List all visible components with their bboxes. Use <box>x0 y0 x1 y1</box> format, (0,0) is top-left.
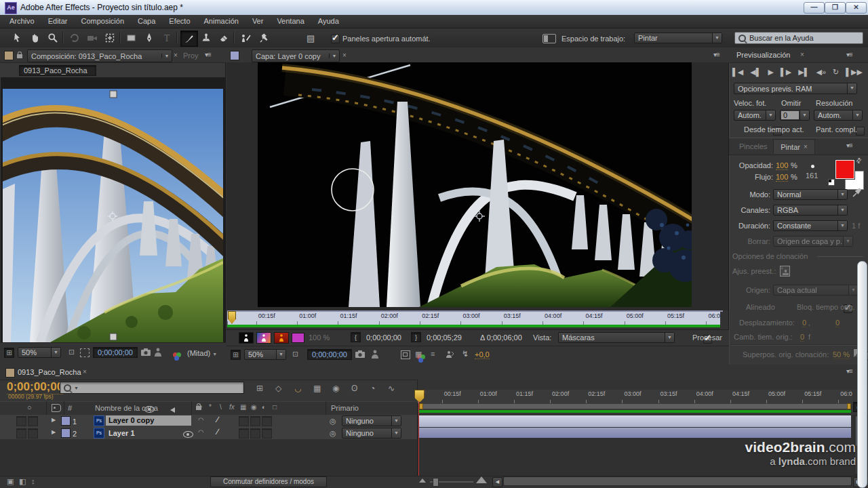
menu-composicion[interactable]: Composición <box>74 15 131 28</box>
last-frame-icon[interactable]: ▶▌ <box>798 68 809 77</box>
expand-transfer-controls-icon[interactable]: ◧ <box>19 477 26 486</box>
auto-open-panels-checkbox[interactable] <box>331 35 340 43</box>
layer1-switch-cell[interactable] <box>239 416 249 426</box>
audio-icon[interactable]: ◀» <box>816 68 826 77</box>
puppet-pin-tool-icon[interactable] <box>256 30 273 45</box>
zoom-in-mountain-icon[interactable] <box>476 476 487 483</box>
source-time-shift-value[interactable]: 0 <box>800 333 804 342</box>
expand-inout-icon[interactable]: ↕ <box>31 477 35 485</box>
comp-timecode[interactable]: 0;00;00;00 <box>93 347 138 358</box>
help-search-input[interactable]: Buscar en la Ayuda <box>734 32 863 44</box>
clone-preset-1[interactable]: 1 <box>780 266 790 277</box>
project-tab[interactable]: Proy <box>183 52 199 60</box>
pen-tool-icon[interactable] <box>141 30 157 45</box>
safe-zones-icon[interactable]: ⊡ <box>292 350 298 359</box>
brush-tool-icon[interactable] <box>180 30 198 47</box>
show-channel-icon[interactable] <box>173 352 178 357</box>
fast-previews-icon[interactable]: ↯ <box>462 349 469 359</box>
layer2-switch-cell[interactable] <box>239 428 249 439</box>
restore-button[interactable]: ❐ <box>825 2 846 14</box>
menu-capa[interactable]: Capa <box>131 15 162 28</box>
auto-keyframe-icon[interactable]: ◔ <box>370 384 375 393</box>
brushes-tab[interactable]: Pinceles <box>739 142 768 150</box>
layer1-lock-cell[interactable] <box>28 416 38 426</box>
hide-shy-layers-icon[interactable]: ◡ <box>294 384 301 393</box>
zoom-out-mountain-icon[interactable] <box>419 479 426 483</box>
grid-options-icon[interactable]: ⊞ <box>231 350 241 360</box>
layer1-shy-icon[interactable]: ◠ <box>198 416 204 424</box>
work-area-bar[interactable] <box>419 403 851 409</box>
ram-preview-icon[interactable]: ▌▶▶ <box>846 68 863 77</box>
foreground-color-swatch[interactable] <box>835 160 854 179</box>
viewer-time-ruler[interactable]: 0f00:15f01:00f01:15f02:00f02:15f03:00f03… <box>227 312 720 325</box>
graph-editor-icon[interactable]: ∿ <box>388 384 395 393</box>
hscroll-thumb[interactable] <box>504 477 851 485</box>
layer1-name[interactable]: Layer 0 copy <box>106 415 191 426</box>
layer1-duration-bar[interactable] <box>419 415 851 427</box>
search-options-chevron-icon[interactable]: ▼ <box>74 386 79 390</box>
layer2-name[interactable]: Layer 1 <box>106 428 138 437</box>
region-of-interest-icon[interactable] <box>401 350 410 359</box>
layer2-label-swatch[interactable] <box>61 428 71 438</box>
show-snapshot-icon[interactable] <box>154 348 162 357</box>
safe-zones-icon[interactable]: ⊡ <box>68 348 75 357</box>
comp-flowchart-button[interactable]: 0913_Paco_Rocha <box>19 65 96 76</box>
offset-x-value[interactable]: 0 <box>802 319 806 327</box>
duration-dropdown[interactable]: Constante▼ <box>773 220 848 231</box>
motion-blur-icon[interactable]: ◉ <box>332 384 339 393</box>
hscroll-left-arrow[interactable]: ◀ <box>492 477 502 487</box>
comp-zoom-dropdown[interactable]: 50%▼ <box>18 347 61 358</box>
timeline-zoom-slider-thumb[interactable] <box>433 478 439 487</box>
menu-efecto[interactable]: Efecto <box>162 15 197 28</box>
flow-value[interactable]: 100 <box>776 173 788 182</box>
overlay-scrollbar[interactable] <box>857 261 867 488</box>
toggle-switches-modes-button[interactable]: Conmutar definidores / modos <box>210 476 327 487</box>
timeline-tab-close-icon[interactable]: × <box>83 368 87 375</box>
comp-panel-menu-icon[interactable]: ▾≡ <box>205 51 211 58</box>
ram-preview-options-dropdown[interactable]: Opciones previs. RAM▼ <box>734 83 857 94</box>
selection-tool-icon[interactable] <box>9 30 26 45</box>
set-in-point-icon[interactable]: { <box>351 332 361 342</box>
zoom-tool-icon[interactable] <box>45 30 61 45</box>
set-out-point-icon[interactable]: } <box>411 332 421 342</box>
menu-ventana[interactable]: Ventana <box>270 15 311 28</box>
layer2-parent-dropdown[interactable]: Ninguno▼ <box>342 428 401 439</box>
opacity-value[interactable]: 100 <box>776 161 788 170</box>
layer2-quality-icon[interactable]: ∕ <box>217 427 218 436</box>
panel-layout-icon[interactable]: ▤ <box>307 33 315 43</box>
timeline-ruler[interactable]: 0f00:15f01:00f01:15f02:00f02:15f03:00f03… <box>418 390 852 403</box>
layer1-label-swatch[interactable] <box>61 416 71 426</box>
snapshot-icon[interactable] <box>141 348 151 356</box>
pixel-aspect-icon[interactable] <box>446 350 454 359</box>
hand-tool-icon[interactable] <box>27 30 43 45</box>
layer-zoom-dropdown[interactable]: 50%▼ <box>244 349 286 360</box>
shape-tool-icon[interactable] <box>123 30 140 45</box>
chevron-down-icon[interactable]: ▼ <box>329 54 339 58</box>
menu-editar[interactable]: Editar <box>41 15 75 28</box>
layer1-expand-icon[interactable]: ▶ <box>52 417 56 423</box>
minimize-button[interactable]: — <box>804 2 825 14</box>
rotation-tool-icon[interactable] <box>66 30 83 45</box>
camera-tool-icon[interactable] <box>84 30 100 45</box>
pan-behind-tool-icon[interactable] <box>102 30 118 45</box>
current-timecode[interactable]: 0;00;00;00 <box>7 380 63 394</box>
clone-overlay-value[interactable]: 50 % <box>833 350 850 359</box>
layer1-switch-cell[interactable] <box>250 416 260 426</box>
mode-dropdown[interactable]: Normal▼ <box>773 189 848 200</box>
menu-animacion[interactable]: Animación <box>197 15 245 28</box>
timeline-panel-menu-icon[interactable]: ▾≡ <box>846 367 852 375</box>
layer2-shy-icon[interactable]: ◠ <box>198 428 204 436</box>
layer2-switch-cell[interactable] <box>262 428 272 439</box>
full-screen-checkbox[interactable] <box>856 127 865 136</box>
workspace-dropdown[interactable]: Pintar▼ <box>634 33 722 43</box>
layer1-pickwhip-icon[interactable]: ◎ <box>330 417 336 426</box>
resolution-dropdown[interactable]: (Mitad) ▼ <box>187 349 217 357</box>
layer-name-column-header[interactable]: Nombre de la capa <box>95 404 158 412</box>
region-of-interest-icon[interactable] <box>80 348 90 357</box>
title-bar[interactable]: Ae Adobe After Effects - Proyecto sin tí… <box>0 0 868 16</box>
layer2-duration-bar[interactable] <box>419 428 851 438</box>
layer2-audio-cell[interactable] <box>16 428 26 439</box>
exposure-value[interactable]: +0,0 <box>475 350 490 359</box>
timeline-button-icon[interactable]: ≡ <box>431 350 435 358</box>
loop-icon[interactable]: ↻ <box>833 68 839 77</box>
